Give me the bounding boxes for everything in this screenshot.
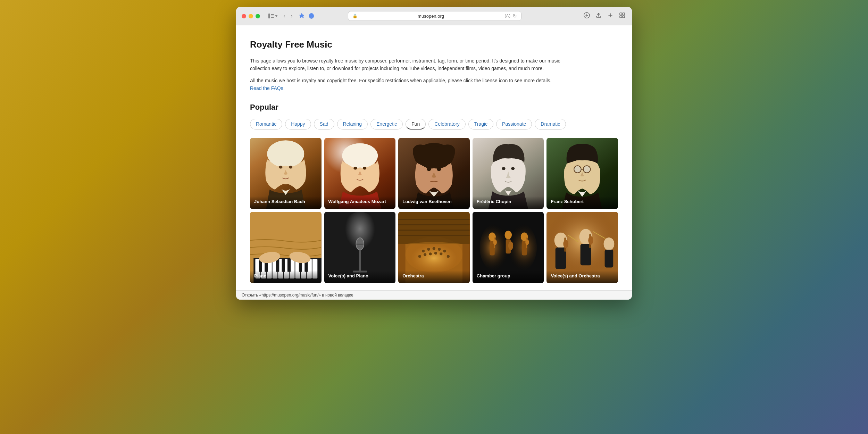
back-button[interactable]: ‹ <box>282 12 287 20</box>
svg-rect-7 <box>620 16 622 18</box>
svg-point-11 <box>279 166 282 168</box>
tag-fun[interactable]: Fun <box>406 119 426 130</box>
svg-point-23 <box>502 167 505 170</box>
tag-energetic[interactable]: Energetic <box>370 119 403 130</box>
svg-rect-1 <box>271 14 274 15</box>
svg-rect-73 <box>398 212 470 244</box>
minimize-button[interactable] <box>249 14 253 18</box>
page-description-1: This page allows you to browse royalty f… <box>250 57 562 73</box>
composer-chopin[interactable]: Frédéric Chopin <box>473 138 544 209</box>
instrument-orchestra[interactable]: Orchestra <box>398 212 470 283</box>
svg-rect-2 <box>271 16 274 16</box>
tag-celebratory[interactable]: Celebratory <box>428 119 465 130</box>
svg-point-17 <box>363 167 366 169</box>
page-content: Royalty Free Music This page allows you … <box>236 25 632 290</box>
composer-mozart-label: Wolfgang Amadeus Mozart <box>324 196 396 209</box>
svg-rect-44 <box>276 259 279 272</box>
svg-rect-5 <box>620 13 622 15</box>
tag-relaxing[interactable]: Relaxing <box>337 119 368 130</box>
forward-button[interactable]: › <box>289 12 294 20</box>
tag-dramatic[interactable]: Dramatic <box>535 119 566 130</box>
page-description-2: All the music we host is royalty and cop… <box>250 77 562 92</box>
composer-chopin-label: Frédéric Chopin <box>473 196 544 209</box>
tag-sad[interactable]: Sad <box>314 119 334 130</box>
extension-icon-2[interactable] <box>308 12 315 19</box>
svg-point-102 <box>589 236 593 245</box>
nav-controls: ‹ › <box>266 12 294 20</box>
tag-romantic[interactable]: Romantic <box>250 119 282 130</box>
svg-point-10 <box>267 140 304 167</box>
composer-beethoven[interactable]: Ludwig van Beethoven <box>398 138 470 209</box>
status-text: Открыть «https://musopen.org/music/fun/»… <box>242 293 353 298</box>
composer-mozart[interactable]: Wolfgang Amadeus Mozart <box>324 138 396 209</box>
svg-point-26 <box>574 166 582 173</box>
composer-schubert-label: Franz Schubert <box>546 196 618 209</box>
svg-point-20 <box>427 167 431 171</box>
share-icon[interactable] <box>594 11 603 21</box>
composer-bach-label: Johann Sebastian Bach <box>250 196 322 209</box>
maximize-button[interactable] <box>256 14 260 18</box>
instrument-chamber-label: Chamber group <box>473 270 544 283</box>
instrument-orchestra-label: Orchestra <box>398 270 470 283</box>
address-bar[interactable]: 🔒 musopen.org ⟨A⟩ ↻ <box>348 11 521 21</box>
svg-point-104 <box>604 237 615 250</box>
reload-icon[interactable]: ↻ <box>513 13 517 19</box>
svg-point-24 <box>511 167 515 170</box>
browser-actions <box>583 11 626 21</box>
svg-rect-3 <box>271 17 274 18</box>
translate-icon[interactable]: ⟨A⟩ <box>504 14 511 18</box>
add-tab-icon[interactable] <box>606 11 615 21</box>
instrument-chamber[interactable]: Chamber group <box>473 212 544 283</box>
svg-rect-76 <box>398 230 470 231</box>
svg-point-21 <box>437 167 441 171</box>
instrument-voice-orchestra[interactable]: Voice(s) and Orchestra <box>546 212 618 283</box>
composer-beethoven-label: Ludwig van Beethoven <box>398 196 470 209</box>
url-text: musopen.org <box>360 14 502 19</box>
svg-rect-6 <box>623 13 625 15</box>
svg-point-87 <box>508 241 513 250</box>
lock-icon: 🔒 <box>352 14 358 18</box>
browser-toolbar: ‹ › 🔒 musopen.org ⟨A⟩ ↻ <box>236 7 632 25</box>
traffic-lights <box>242 14 260 18</box>
composer-bach[interactable]: Johann Sebastian Bach <box>250 138 322 209</box>
svg-point-97 <box>564 240 568 248</box>
svg-rect-75 <box>398 224 470 225</box>
instrument-voice-piano-label: Voice(s) and Piano <box>324 270 396 283</box>
svg-rect-45 <box>282 259 285 272</box>
svg-rect-77 <box>398 235 470 236</box>
extension-icon-1[interactable] <box>298 12 305 19</box>
instrument-piano-label: Piano <box>250 270 322 283</box>
svg-point-56 <box>356 238 364 250</box>
section-popular-title: Popular <box>250 103 618 112</box>
svg-point-16 <box>353 167 357 169</box>
faq-link[interactable]: Read the FAQs. <box>250 85 285 91</box>
svg-rect-53 <box>359 248 361 273</box>
page-title: Royalty Free Music <box>250 39 618 50</box>
music-grid: Johann Sebastian Bach <box>250 138 618 283</box>
browser-window: ‹ › 🔒 musopen.org ⟨A⟩ ↻ <box>236 7 632 300</box>
tag-happy[interactable]: Happy <box>285 119 311 130</box>
tag-tragic[interactable]: Tragic <box>468 119 493 130</box>
svg-point-85 <box>504 231 512 240</box>
sidebar-toggle-button[interactable] <box>266 12 280 19</box>
svg-rect-8 <box>623 16 625 18</box>
tags-row: Romantic Happy Sad Relaxing Energetic Fu… <box>250 119 618 130</box>
instrument-piano[interactable]: Piano <box>250 212 322 283</box>
svg-point-12 <box>289 166 292 168</box>
svg-rect-105 <box>605 250 614 267</box>
tabs-overview-icon[interactable] <box>618 11 626 21</box>
status-bar: Открыть «https://musopen.org/music/fun/»… <box>236 290 632 300</box>
instrument-voice-orchestra-label: Voice(s) and Orchestra <box>546 270 618 283</box>
download-icon[interactable] <box>583 11 591 21</box>
composer-schubert[interactable]: Franz Schubert <box>546 138 618 209</box>
svg-rect-0 <box>268 14 270 18</box>
svg-point-27 <box>583 166 591 173</box>
instrument-voice-piano[interactable]: Voice(s) and Piano <box>324 212 396 283</box>
svg-rect-74 <box>398 219 470 220</box>
close-button[interactable] <box>242 14 246 18</box>
svg-point-84 <box>493 239 496 245</box>
tag-passionate[interactable]: Passionate <box>496 119 532 130</box>
svg-rect-46 <box>287 259 291 272</box>
svg-point-91 <box>525 239 529 245</box>
extensions-area <box>298 12 315 19</box>
